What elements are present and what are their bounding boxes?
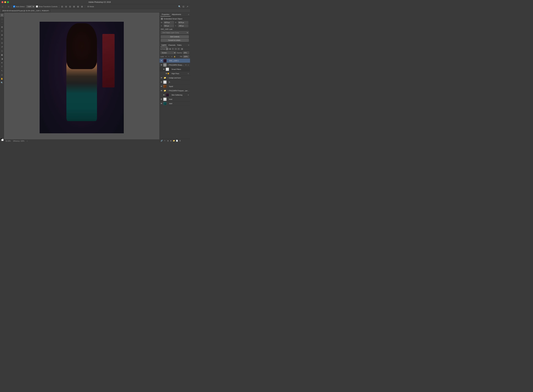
filter-toggle-icon[interactable]: ◉ [181,48,183,50]
zoom-tool-btn[interactable]: 🔍 [0,81,4,84]
filter-shape-icon[interactable]: ⬡ [175,48,177,50]
type-tool-btn[interactable]: T [0,65,4,69]
layer-stamp-icon-8[interactable]: ⊕ [187,94,189,96]
tab-paths[interactable]: Paths [176,43,183,47]
layer-visibility-6[interactable]: 👁 [160,85,163,88]
search-icon[interactable]: 🔍 [178,5,181,8]
align-center-icon[interactable]: ⊟ [65,5,67,8]
filter-type-icon[interactable]: T [172,48,174,50]
clone-tool-btn[interactable]: ⊙ [0,41,4,45]
tab-adjustments[interactable]: Adjustments [170,13,182,17]
width-input[interactable] [164,21,174,24]
layer-visibility-1[interactable]: 👁 [160,64,163,66]
x-input[interactable] [164,24,174,27]
tab-properties[interactable]: Properties [160,13,170,17]
tab-channels[interactable]: Channels [167,43,176,47]
layer-visibility-7[interactable]: 👁 [160,89,163,92]
layers-menu-btn[interactable]: ≡ [188,44,189,46]
fg-bg-colors[interactable] [0,138,4,141]
filter-pixel-icon[interactable]: ⬚ [166,48,168,50]
align-left-icon[interactable]: ⊟ [61,5,63,8]
new-group-icon[interactable]: 📁 [173,140,175,142]
layer-expand-7[interactable]: ▾ [167,90,169,91]
pen-tool-btn[interactable]: ✒ [0,61,4,65]
eraser-tool-btn[interactable]: ◻ [0,49,4,53]
home-icon[interactable]: ⌂ [1,5,4,8]
layer-visibility-3[interactable]: 👁 [165,72,168,75]
delete-layer-icon[interactable]: 🗑 [179,140,181,142]
auto-select-checkbox[interactable]: Auto-Select: [13,5,25,8]
gradient-tool-btn[interactable]: ▦ [0,53,4,56]
shape-tool-btn[interactable]: ◻ [0,73,4,76]
blend-mode-select[interactable]: Screen [160,51,176,54]
align-middle-icon[interactable]: ⊞ [77,5,79,8]
align-top-icon[interactable]: ⊞ [73,5,75,8]
layer-filter-icon-3[interactable]: ⊟ [187,72,189,75]
layer-row-9[interactable]: 👁heal [160,97,190,101]
layer-row-7[interactable]: 👁📁▾PHLEARN Frequen...paration 16bit [160,89,190,93]
new-layer-icon[interactable]: 📄 [176,140,178,142]
fx-icon[interactable]: fx [164,140,166,142]
history-tool-btn[interactable]: ↺ [0,45,4,49]
layer-row-5[interactable]: 👁h [160,80,190,84]
share-icon[interactable]: ↗ [186,5,189,8]
layer-visibility-9[interactable]: 👁 [160,98,163,100]
document-tab[interactable]: 2019-03-03-teezie1676.psb @ 33.3% (DSC_1… [1,9,51,12]
auto-select-check[interactable] [13,5,15,8]
lock-artboard-icon[interactable]: ⊕ [170,55,173,58]
layer-visibility-5[interactable]: 👁 [160,81,163,83]
eyedropper-tool-btn[interactable]: ✏ [0,29,4,33]
properties-close-btn[interactable]: ≡ [188,14,189,16]
layer-comp-dropdown[interactable]: Don't Apply Layer Comp [161,31,189,34]
layer-row-8[interactable]: 👁Skin Softening⊕ [160,93,190,97]
layer-visibility-0[interactable]: 👁 [160,60,163,62]
layer-row-0[interactable]: 👁DSC_1183 1 [160,59,190,63]
maximize-button[interactable] [7,1,9,3]
move-tool-btn[interactable]: ✛ [0,14,4,17]
link-layers-icon[interactable]: 🔗 [160,140,163,142]
status-arrow[interactable]: › [27,140,27,142]
layer-row-1[interactable]: 👁▾PHLEARN Sharpen +1⚙▸ [160,63,190,67]
background-color[interactable] [1,139,4,141]
show-transform-checkbox[interactable]: Show Transform Controls [36,5,57,8]
align-right-icon[interactable]: ⊟ [69,5,71,8]
workspace-icon[interactable]: ⊡ [182,5,185,8]
move-icon[interactable]: ⊹ [7,5,10,8]
layer-arrow-icon-1[interactable]: ▸ [187,64,189,66]
3d-mode-btn[interactable]: 3D Mode [87,5,95,8]
layer-visibility-10[interactable]: 👁 [160,102,163,105]
layer-row-4[interactable]: 👁📁▾dodge and burn [160,76,190,80]
align-bottom-icon[interactable]: ⊞ [81,5,83,8]
filter-adjust-icon[interactable]: ◑ [169,48,171,50]
brush-tool-btn[interactable]: ✏ [0,37,4,41]
lock-position-icon[interactable]: ✎ [168,55,170,58]
lasso-tool-btn[interactable]: ⌒ [0,21,4,25]
minimize-button[interactable] [4,1,6,3]
edit-contents-btn[interactable]: Edit Contents [161,35,189,38]
close-button[interactable] [1,1,3,3]
layer-row-10[interactable]: 👁start [160,101,190,106]
layer-row-3[interactable]: 👁High Pass⊟ [160,71,190,76]
show-transform-check[interactable] [36,5,38,8]
fill-input[interactable] [183,55,189,58]
dodge-tool-btn[interactable]: ◑ [0,57,4,61]
layer-select-dropdown[interactable]: Layer [26,5,35,8]
layer-settings-icon-1[interactable]: ⚙ [185,64,187,66]
add-mask-icon[interactable]: ◑ [167,140,169,142]
hand-tool-btn[interactable]: ✋ [0,77,4,80]
select-tool-btn[interactable]: ⬚ [0,17,4,21]
layer-visibility-2[interactable]: 👁 [163,68,165,70]
heal-tool-btn[interactable]: ⊕ [0,33,4,37]
lock-pixels-icon[interactable]: ⊞ [165,55,167,58]
new-adjustment-icon[interactable]: ◉ [170,140,172,142]
convert-to-linked-btn[interactable]: Convert to Linked... [161,39,189,42]
layer-row-6[interactable]: 👁liquid [160,84,190,89]
layer-visibility-4[interactable]: 👁 [160,77,163,79]
lock-all-icon[interactable]: 🔒 [174,55,176,58]
y-input[interactable] [178,24,188,27]
canvas-image[interactable] [40,22,124,133]
filter-smart-icon[interactable]: ✦ [177,48,180,50]
layer-expand-1[interactable]: ▾ [167,64,169,66]
layer-visibility-8[interactable]: 👁 [163,94,165,96]
layer-row-2[interactable]: 👁Smart Filters [160,67,190,71]
